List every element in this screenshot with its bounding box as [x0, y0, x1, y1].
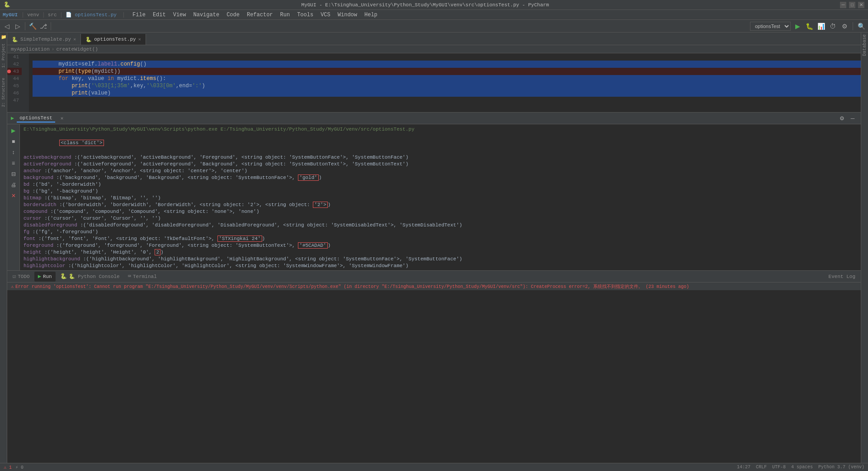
menu-edit[interactable]: Edit: [149, 11, 170, 19]
app-name: MyGUI: [0, 12, 20, 18]
output-foreground: foreground :('foreground', 'foreground',…: [24, 242, 857, 249]
menu-help[interactable]: Help: [361, 11, 381, 19]
run-stop-btn[interactable]: ■: [9, 137, 18, 146]
menu-tools[interactable]: Tools: [293, 11, 317, 19]
run-fold-btn[interactable]: ⊟: [9, 170, 18, 179]
run-panel-toolbar: ⚙ ─: [837, 114, 857, 123]
tab-terminal[interactable]: ⌨ Terminal: [124, 272, 160, 282]
code-lines[interactable]: mydict=self.label1.config() print(type(m…: [29, 53, 861, 112]
tab-run-label: Run: [43, 274, 52, 279]
project-icon[interactable]: 📁: [0, 34, 7, 41]
menu-vcs[interactable]: VCS: [317, 11, 334, 19]
code-line-47: [33, 97, 861, 104]
code-line-46: print(value): [33, 89, 861, 97]
code-editor: 41 42 43 44 45 46 47 mydict=self.label1.…: [7, 53, 861, 112]
status-warning-count: ⚡ 0: [15, 465, 24, 470]
run-minimize-btn[interactable]: ─: [848, 114, 857, 123]
error-text: Error running 'optionsTest': Cannot run …: [15, 283, 689, 290]
breakpoint-dot: [7, 70, 11, 73]
tab-simple-template[interactable]: 🐍 SimpleTemplate.py ✕: [7, 34, 81, 45]
menu-navigate[interactable]: Navigate: [190, 11, 223, 19]
output-font: font :('font', 'font', 'Font', <string o…: [24, 236, 857, 242]
status-position: 14:27: [737, 465, 750, 470]
tab-run[interactable]: ▶ Run: [34, 272, 56, 282]
output-bg: bg :('bg', '-background'): [24, 188, 857, 195]
line-num-43: 43: [7, 68, 22, 75]
output-cmd-line: E:\Tsinghua_University\Python_Study\MyGU…: [24, 126, 857, 133]
menu-run[interactable]: Run: [277, 11, 294, 19]
tab-python-console[interactable]: 🐍 🐍 Python Console: [57, 272, 123, 282]
output-borderwidth: borderwidth :('borderwidth', 'borderWidt…: [24, 202, 857, 208]
debug-button[interactable]: 🐛: [804, 21, 814, 31]
error-bar: ⚠ Error running 'optionsTest': Cannot ru…: [7, 282, 861, 290]
build-button[interactable]: 🔨: [28, 21, 38, 31]
run-filter-btn[interactable]: ≡: [9, 159, 18, 168]
separator: [25, 22, 25, 30]
close-button[interactable]: ✕: [858, 2, 864, 8]
back-button[interactable]: ◁: [2, 21, 12, 31]
status-crlf[interactable]: CRLF: [756, 465, 767, 470]
settings-button[interactable]: ⚙: [840, 21, 849, 31]
output-fg: fg :('fg', '-foreground'): [24, 229, 857, 236]
project-label[interactable]: 1: Project: [1, 43, 6, 68]
structure-label[interactable]: 2: Structure: [1, 78, 6, 107]
run-icon: ▶: [38, 273, 41, 280]
forward-button[interactable]: ▷: [13, 21, 23, 31]
right-sidebar: Database: [861, 33, 868, 463]
line-num-41: 41: [7, 53, 22, 61]
output-cursor: cursor :('cursor', 'cursor', 'Cursor', '…: [24, 215, 857, 222]
run-tab-close[interactable]: ✕: [58, 114, 66, 122]
coverage-button[interactable]: 📊: [816, 21, 826, 31]
output-compound: compound :('compound', 'compound', 'Comp…: [24, 208, 857, 215]
run-clear-btn[interactable]: ✕: [9, 191, 18, 200]
search-everywhere-button[interactable]: 🔍: [856, 21, 866, 31]
run-rerun-btn[interactable]: ▶: [9, 126, 18, 135]
menu-file[interactable]: File: [129, 11, 149, 19]
database-label[interactable]: Database: [862, 34, 867, 56]
status-encoding[interactable]: UTF-8: [772, 465, 786, 470]
minimize-button[interactable]: ─: [840, 2, 846, 8]
breadcrumb-part1[interactable]: myApplication: [11, 47, 50, 52]
run-print-btn[interactable]: 🖨: [9, 180, 18, 189]
title-bar: 🐍 MyGUI - E:\Tsinghua_University\Python_…: [0, 0, 868, 10]
status-indent[interactable]: 4 spaces: [791, 465, 813, 470]
status-bar-left: ⚠ 1 ⚡ 0: [4, 465, 24, 470]
run-settings-btn[interactable]: ⚙: [837, 114, 846, 123]
tab-todo[interactable]: ☑ TODO: [9, 272, 33, 282]
run-config-dropdown[interactable]: optionsTest: [750, 22, 791, 31]
tab-event-log[interactable]: Event Log: [825, 272, 859, 282]
venv-label: venv: [25, 12, 41, 18]
run-output: E:\Tsinghua_University\Python_Study\MyGU…: [20, 124, 861, 270]
class-dict-box: <class 'dict'>: [59, 140, 104, 146]
breadcrumb: myApplication › createWidget(): [7, 45, 861, 53]
menu-window[interactable]: Window: [334, 11, 361, 19]
tab-options-test[interactable]: 🐍 optionsTest.py ✕: [81, 34, 146, 45]
menu-bar: MyGUI | venv | src | 📄 optionsTest.py | …: [0, 10, 868, 20]
menu-refactor[interactable]: Refactor: [243, 11, 277, 19]
line-num-45: 45: [7, 82, 22, 89]
output-activeforeground: activeforeground :('activeforeground', '…: [24, 161, 857, 168]
menu-code[interactable]: Code: [223, 11, 243, 19]
code-line-43: print(type(mydict)): [33, 68, 861, 75]
output-height: height :('height', 'height', 'Height', '…: [24, 249, 857, 256]
content-area: 🐍 SimpleTemplate.py ✕ 🐍 optionsTest.py ✕…: [7, 33, 861, 463]
status-bar-right: 14:27 CRLF UTF-8 4 spaces Python 3.7 (ve…: [737, 465, 864, 470]
run-sidebar: ▶ ■ ↕ ≡ ⊟ 🖨 ✕: [7, 124, 20, 270]
maximize-button[interactable]: □: [849, 2, 855, 8]
run-scroll-btn[interactable]: ↕: [9, 148, 18, 157]
line-num-47: 47: [7, 97, 22, 104]
profile-button[interactable]: ⏱: [828, 21, 838, 31]
run-tab-options-test[interactable]: optionsTest: [17, 114, 55, 122]
main-layout: 📁 1: Project 2: Structure 🐍 SimpleTempla…: [0, 33, 868, 463]
tab-simple-template-close[interactable]: ✕: [73, 37, 76, 42]
todo-icon: ☑: [13, 273, 16, 280]
height-value-box: 2: [155, 249, 160, 255]
breadcrumb-sep: ›: [52, 47, 55, 52]
tab-options-test-close[interactable]: ✕: [138, 37, 141, 42]
git-button[interactable]: ⎇: [38, 21, 48, 31]
menu-view[interactable]: View: [170, 11, 190, 19]
bottom-tabs-right: Event Log: [825, 272, 859, 282]
run-button[interactable]: ▶: [793, 21, 802, 31]
output-highlightcolor: highlightcolor :('highlightcolor', 'high…: [24, 263, 857, 269]
breadcrumb-part2[interactable]: createWidget(): [56, 47, 98, 52]
